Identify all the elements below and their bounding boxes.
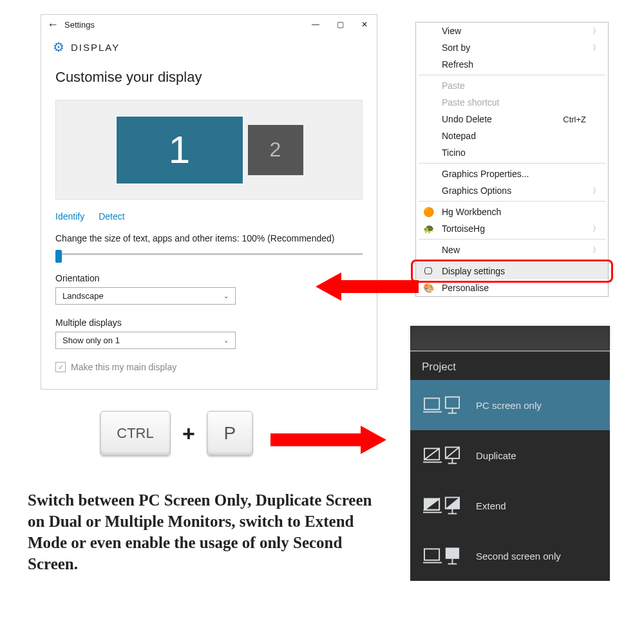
monitor-icon: 🖵 [422, 266, 434, 276]
main-display-checkbox-row: ✓ Make this my main display [55, 362, 363, 372]
project-title: Project [410, 350, 610, 380]
close-button[interactable]: ✕ [352, 15, 377, 34]
tortoise-icon: 🐢 [422, 223, 434, 234]
chevron-right-icon: 〉 [592, 245, 600, 256]
project-pc-label: PC screen only [476, 400, 542, 411]
desktop-context-menu: View〉 Sort by〉 Refresh Paste Paste short… [415, 22, 609, 297]
monitor-1[interactable]: 1 [115, 115, 244, 185]
gear-icon: ⚙ [53, 39, 64, 55]
ctx-personalise[interactable]: 🎨Personalise [416, 279, 608, 296]
monitor-2[interactable]: 2 [248, 125, 303, 175]
section-heading: Customise your display [55, 69, 363, 86]
ctx-paste: Paste [416, 77, 608, 94]
project-flyout: Project PC screen only Duplicate Extend … [410, 326, 610, 581]
project-duplicate-label: Duplicate [476, 450, 516, 461]
project-pc-screen-only[interactable]: PC screen only [410, 380, 610, 430]
project-second-label: Second screen only [476, 551, 561, 562]
back-button[interactable]: ← [41, 18, 64, 32]
ctx-hg-workbench[interactable]: 🟠Hg Workbench [416, 204, 608, 220]
page-header: ⚙ DISPLAY [41, 34, 377, 64]
second-screen-only-icon [423, 545, 460, 567]
identify-link[interactable]: Identify [55, 211, 84, 222]
project-duplicate[interactable]: Duplicate [410, 430, 610, 480]
svg-marker-0 [316, 272, 419, 301]
ctx-graphics-properties[interactable]: Graphics Properties... [416, 166, 608, 182]
ctx-undo-delete[interactable]: Undo DeleteCtrl+Z [416, 111, 608, 128]
ctx-ticino[interactable]: Ticino [416, 144, 608, 161]
svg-rect-2 [424, 398, 439, 409]
display-arrange-box[interactable]: 1 2 [55, 100, 363, 200]
ctx-tortoisehg[interactable]: 🐢TortoiseHg〉 [416, 220, 608, 237]
project-blur-top [410, 326, 610, 350]
red-arrow-left [316, 270, 419, 303]
extend-icon [423, 495, 460, 516]
chevron-down-icon: ⌄ [223, 337, 229, 344]
chevron-right-icon: 〉 [592, 223, 600, 234]
multiple-displays-dropdown[interactable]: Show only on 1 ⌄ [55, 332, 236, 349]
caption-text: Switch between PC Screen Only, Duplicate… [28, 489, 388, 574]
maximize-button[interactable]: ▢ [328, 15, 352, 34]
svg-rect-17 [424, 549, 439, 560]
ctx-display-settings[interactable]: 🖵Display settings [416, 263, 608, 279]
red-arrow-right [270, 424, 386, 456]
pc-screen-only-icon [423, 394, 460, 416]
ctx-view[interactable]: View〉 [416, 23, 608, 39]
svg-marker-1 [270, 426, 386, 454]
hg-icon: 🟠 [422, 207, 434, 217]
chevron-down-icon: ⌄ [223, 292, 229, 299]
settings-window: ← Settings — ▢ ✕ ⚙ DISPLAY Customise you… [41, 14, 377, 390]
multiple-displays-label: Multiple displays [55, 317, 363, 328]
multiple-displays-value: Show only on 1 [62, 336, 120, 345]
orientation-dropdown[interactable]: Landscape ⌄ [55, 287, 236, 305]
project-extend-label: Extend [476, 500, 506, 511]
detect-link[interactable]: Detect [99, 211, 124, 222]
key-p: P [207, 411, 253, 456]
ctx-graphics-options[interactable]: Graphics Options〉 [416, 182, 608, 199]
orientation-value: Landscape [62, 291, 104, 301]
app-title: Settings [64, 19, 303, 30]
plus-sign: + [182, 421, 195, 446]
ctx-undo-shortcut: Ctrl+Z [563, 115, 586, 124]
project-extend[interactable]: Extend [410, 480, 610, 531]
svg-rect-19 [446, 547, 459, 558]
ctx-new[interactable]: New〉 [416, 242, 608, 258]
chevron-right-icon: 〉 [592, 43, 600, 53]
ctx-refresh[interactable]: Refresh [416, 56, 608, 73]
duplicate-icon [423, 444, 460, 466]
page-title: DISPLAY [71, 42, 120, 53]
chevron-right-icon: 〉 [592, 26, 600, 37]
svg-rect-4 [446, 397, 459, 408]
main-display-checkbox[interactable]: ✓ [55, 362, 66, 372]
ctx-sort-by[interactable]: Sort by〉 [416, 39, 608, 56]
titlebar: ← Settings — ▢ ✕ [41, 15, 377, 34]
personalise-icon: 🎨 [422, 283, 434, 293]
scale-slider[interactable] [55, 249, 363, 260]
ctx-paste-shortcut: Paste shortcut [416, 94, 608, 111]
key-ctrl: CTRL [100, 411, 171, 456]
scale-label: Change the size of text, apps and other … [55, 233, 363, 243]
main-display-checkbox-label: Make this my main display [71, 362, 176, 372]
ctx-notepad[interactable]: Notepad [416, 128, 608, 144]
project-second-screen-only[interactable]: Second screen only [410, 531, 610, 581]
minimize-button[interactable]: — [303, 15, 328, 34]
keyboard-shortcut: CTRL + P [100, 411, 253, 456]
chevron-right-icon: 〉 [592, 185, 600, 196]
